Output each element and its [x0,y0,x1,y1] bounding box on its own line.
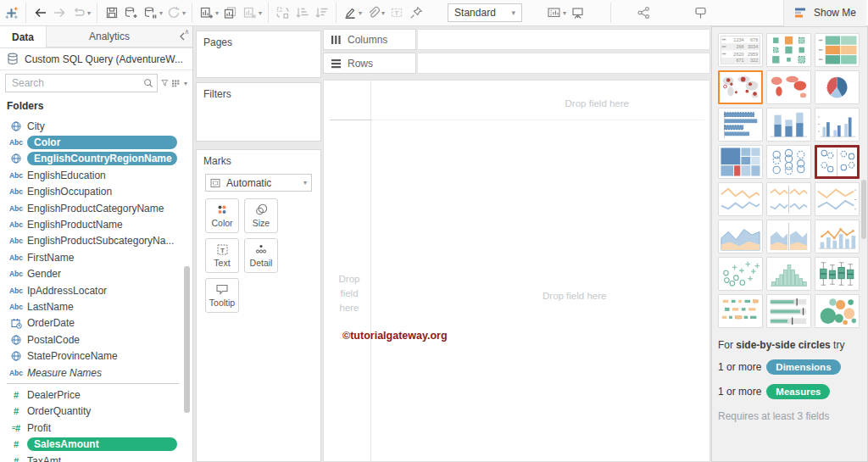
field-englishoccupation[interactable]: AbcEnglishOccupation [0,184,192,200]
search-box[interactable] [5,74,158,92]
showme-symbol-map-thumbnail[interactable] [718,70,763,104]
pause-auto-updates-button[interactable]: ▾ [141,1,164,25]
showme-lines-continuous-thumbnail[interactable] [718,182,763,216]
tableau-logo-icon[interactable] [2,1,21,25]
refresh-button[interactable]: ▾ [164,1,187,25]
rows-shelf[interactable]: Rows [323,53,710,74]
show-me-button[interactable]: Show Me [783,0,866,26]
showme-packed-bubbles-thumbnail[interactable] [815,294,860,328]
mark-type-dropdown[interactable]: Automatic ▾ [205,174,312,192]
field-englishproductname[interactable]: AbcEnglishProductName [0,216,192,232]
showme-dual-combination-thumbnail[interactable] [815,220,860,253]
showme-scatter-plot-thumbnail[interactable] [718,257,763,291]
new-worksheet-button[interactable]: ▾ [197,1,220,25]
columns-shelf-droparea[interactable] [418,29,710,50]
showme-treemap-thumbnail[interactable] [718,145,763,179]
field-postalcode[interactable]: PostalCode [0,331,192,348]
show-hide-sign-icon[interactable] [691,1,710,25]
fix-axes-pin-icon[interactable] [406,1,426,25]
back-button[interactable] [31,1,50,25]
marks-size-button[interactable]: Size [244,198,278,233]
showme-histogram-thumbnail[interactable] [766,257,811,291]
dropdown-caret-icon[interactable]: ▾ [512,8,516,17]
sort-ascending-button[interactable] [292,1,312,25]
field-englishproductcategoryname[interactable]: AbcEnglishProductCategoryName [0,200,192,216]
showme-side-by-side-bars-thumbnail[interactable] [815,108,860,142]
scrollbar-thumb[interactable] [184,266,190,413]
showme-dual-lines-thumbnail[interactable] [815,182,860,216]
filter-funnel-icon[interactable] [161,77,169,89]
field-lastname[interactable]: AbcLastName [0,298,192,314]
text-label-button[interactable]: T [387,1,406,25]
showme-gantt-thumbnail[interactable] [718,294,763,328]
field-orderquantity[interactable]: #OrderQuantity [0,404,192,420]
showme-horizontal-bars-thumbnail[interactable] [718,108,763,142]
field-englisheducation[interactable]: AbcEnglishEducation [0,167,192,183]
showme-area-continuous-thumbnail[interactable] [718,220,763,253]
showme-highlight-table-thumbnail[interactable] [815,33,860,67]
dropdown-caret-icon[interactable]: ▾ [159,9,163,17]
field-ipaddresslocator[interactable]: AbcIpAddressLocator [0,282,192,298]
show-me-scrollbar-thumb[interactable] [861,180,866,239]
tab-analytics[interactable]: Analytics [47,26,172,47]
field-stateprovincename[interactable]: StateProvinceName [0,348,192,364]
view-grid-icon[interactable] [172,78,180,89]
dropdown-caret-icon[interactable]: ▾ [303,179,307,186]
showme-stacked-bars-thumbnail[interactable] [766,108,811,142]
swap-rows-columns-button[interactable] [273,1,292,25]
scroll-up-icon[interactable]: ∧ [183,28,191,36]
marks-text-button[interactable]: TText [205,238,239,273]
field-englishcountryregionname[interactable]: EnglishCountryRegionName [0,151,192,167]
drop-field-zone-top[interactable]: Drop field here [565,98,629,109]
marks-detail-button[interactable]: Detail [244,238,278,273]
highlight-button[interactable]: ▾ [341,1,364,25]
rows-shelf-droparea[interactable] [418,53,710,74]
dropdown-caret-icon[interactable]: ▾ [359,9,362,17]
marks-color-button[interactable]: Color [205,198,239,233]
field-profit[interactable]: =#Profit [0,420,192,436]
field-color[interactable]: AbcColor [0,134,192,150]
group-members-icon[interactable]: ▾ [364,1,387,25]
field-city[interactable]: City [0,118,192,134]
field-englishproductsubcategoryna[interactable]: AbcEnglishProductSubcategoryNa... [0,233,192,249]
search-input[interactable] [12,77,143,89]
drop-field-zone-center[interactable]: Drop field here [542,291,606,301]
tab-data[interactable]: Data [0,26,47,47]
new-data-source-button[interactable] [121,1,141,25]
forward-button[interactable] [50,1,70,25]
field-taxamt[interactable]: #TaxAmt [0,453,192,462]
field-list-scrollbar[interactable]: ∧ [183,28,191,460]
field-orderdate[interactable]: OrderDate [0,315,192,331]
fit-dropdown[interactable]: Standard▾ [448,3,522,22]
showme-heat-map-thumbnail[interactable] [766,33,811,67]
show-hide-cards-button[interactable]: ▾ [544,1,568,25]
showme-side-by-side-circles-thumbnail[interactable] [815,145,860,179]
dropdown-caret-icon[interactable]: ▾ [182,9,186,17]
showme-circle-views-thumbnail[interactable] [766,145,811,179]
showme-text-table-thumbnail[interactable]: 1234678268303426202959671322 [718,33,763,67]
showme-box-and-whisker-thumbnail[interactable] [815,257,860,291]
showme-pie-chart-thumbnail[interactable] [815,70,860,104]
save-button[interactable] [102,1,121,25]
dropdown-caret-icon[interactable]: ▾ [215,9,219,17]
marks-tooltip-button[interactable]: Tooltip [205,278,239,313]
view-canvas[interactable]: Drop field here Drop field here Drop fie… [323,80,710,462]
field-firstname[interactable]: AbcFirstName [0,249,192,265]
measures-pill[interactable]: Measures [766,384,830,399]
showme-filled-map-thumbnail[interactable] [766,70,811,104]
field-dealerprice[interactable]: #DealerPrice [0,387,192,403]
field-measure-names[interactable]: AbcMeasure Names [0,365,192,381]
field-gender[interactable]: AbcGender [0,266,192,282]
filters-card[interactable]: Filters [196,82,321,142]
sort-descending-button[interactable] [312,1,331,25]
dropdown-caret-icon[interactable]: ▾ [259,9,262,17]
clear-sheet-button[interactable]: ▾ [240,1,264,25]
showme-area-discrete-thumbnail[interactable] [766,220,811,253]
share-button[interactable] [634,1,654,25]
pages-card[interactable]: Pages [196,31,321,78]
showme-lines-discrete-thumbnail[interactable] [766,182,811,216]
showme-bullet-thumbnail[interactable] [766,294,811,328]
drop-field-zone-left[interactable]: Drop field here [331,272,367,315]
dropdown-caret-icon[interactable]: ▾ [563,9,566,17]
undo-icon[interactable]: ▾ [70,1,92,25]
